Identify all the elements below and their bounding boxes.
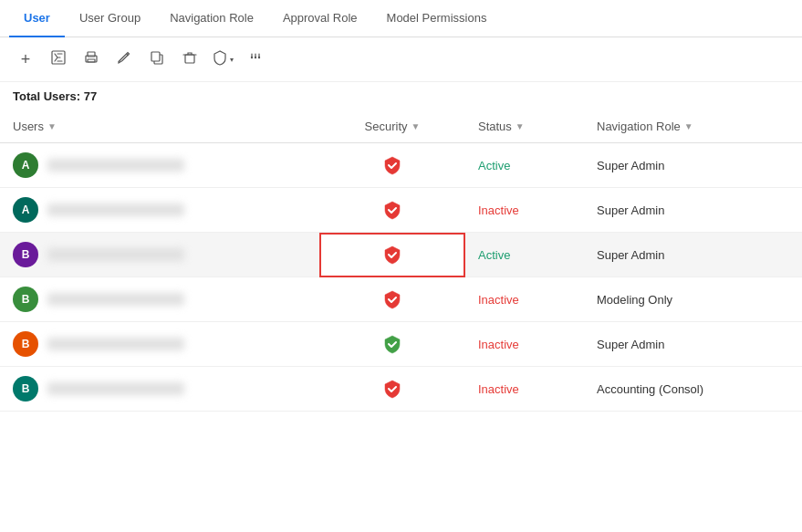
user-name-blurred xyxy=(47,203,184,216)
svg-rect-3 xyxy=(88,59,95,62)
security-dropdown-icon: ▾ xyxy=(230,56,234,64)
status-badge: Inactive xyxy=(478,382,519,396)
security-cell[interactable] xyxy=(319,367,465,412)
edit-button[interactable] xyxy=(109,45,139,74)
user-name-blurred xyxy=(47,382,184,395)
print-button[interactable] xyxy=(77,45,106,74)
col-header-users: Users ▼ xyxy=(0,110,319,143)
col-header-status: Status ▼ xyxy=(465,110,584,143)
users-table: Users ▼ Security ▼ Status ▼ Navigation R… xyxy=(0,110,802,412)
edit-icon xyxy=(116,49,132,69)
user-cell: A xyxy=(0,143,319,188)
user-cell: B xyxy=(0,233,319,277)
user-name-blurred xyxy=(47,338,184,350)
delete-icon xyxy=(182,49,198,69)
add-icon: + xyxy=(21,50,31,69)
tab-user[interactable]: User xyxy=(9,0,65,37)
print-icon xyxy=(83,49,99,69)
table-row[interactable]: B InactiveSuper Admin xyxy=(0,322,802,367)
status-cell: Active xyxy=(465,233,584,277)
add-button[interactable]: + xyxy=(11,45,40,74)
status-cell: Active xyxy=(465,143,584,188)
security-button[interactable]: ▾ xyxy=(208,45,237,74)
tab-navigation-role[interactable]: Navigation Role xyxy=(155,0,268,37)
security-cell[interactable] xyxy=(319,188,465,233)
status-cell: Inactive xyxy=(465,322,584,367)
status-cell: Inactive xyxy=(465,188,584,233)
delete-button[interactable] xyxy=(175,45,204,74)
shield-red-icon xyxy=(381,288,403,310)
status-badge: Inactive xyxy=(478,203,519,217)
svg-rect-5 xyxy=(151,52,160,61)
table-row[interactable]: B ActiveSuper Admin xyxy=(0,233,802,277)
table-header-row: Users ▼ Security ▼ Status ▼ Navigation R… xyxy=(0,110,802,143)
table-row[interactable]: B InactiveAccounting (Consol) xyxy=(0,367,802,412)
toolbar: + ▾ xyxy=(0,37,802,82)
nav-role-cell: Super Admin xyxy=(584,322,802,367)
security-cell[interactable] xyxy=(319,322,465,367)
avatar: B xyxy=(13,376,38,402)
nav-role-cell: Modeling Only xyxy=(584,277,802,322)
shield-green-icon xyxy=(381,333,403,355)
user-name-blurred xyxy=(47,248,184,261)
shield-red-icon xyxy=(381,154,403,176)
avatar: A xyxy=(13,197,38,223)
table-row[interactable]: A ActiveSuper Admin xyxy=(0,143,802,188)
tab-approval-role[interactable]: Approval Role xyxy=(268,0,372,37)
nav-role-cell: Super Admin xyxy=(584,143,802,188)
security-filter-icon[interactable]: ▼ xyxy=(411,121,421,131)
status-cell: Inactive xyxy=(465,277,584,322)
shield-red-icon xyxy=(381,199,403,221)
avatar: B xyxy=(13,287,38,312)
user-cell: B xyxy=(0,322,319,367)
user-cell: A xyxy=(0,188,319,233)
tab-bar: User User Group Navigation Role Approval… xyxy=(0,0,802,37)
nav-role-cell: Super Admin xyxy=(584,233,802,277)
status-filter-icon[interactable]: ▼ xyxy=(516,121,525,131)
security-shield-icon xyxy=(212,49,228,69)
copy-icon xyxy=(149,49,165,69)
status-badge: Inactive xyxy=(478,293,519,307)
status-badge: Active xyxy=(478,159,510,172)
excel-button[interactable] xyxy=(44,45,73,74)
total-users: Total Users: 77 xyxy=(0,82,802,110)
tab-model-permissions[interactable]: Model Permissions xyxy=(372,0,502,37)
shield-red-icon xyxy=(381,378,403,400)
user-name-blurred xyxy=(47,159,184,172)
nav-role-cell: Accounting (Consol) xyxy=(584,367,802,412)
table-row[interactable]: A InactiveSuper Admin xyxy=(0,188,802,233)
svg-rect-6 xyxy=(185,55,194,63)
status-badge: Inactive xyxy=(478,338,519,351)
status-cell: Inactive xyxy=(465,367,584,412)
avatar: B xyxy=(13,242,38,267)
security-cell[interactable] xyxy=(319,277,465,322)
user-name-blurred xyxy=(47,293,184,306)
col-header-security: Security ▼ xyxy=(319,110,465,143)
security-cell[interactable] xyxy=(319,233,465,277)
col-header-nav-role: Navigation Role ▼ xyxy=(584,110,802,143)
user-cell: B xyxy=(0,277,319,322)
security-cell[interactable] xyxy=(319,143,465,188)
avatar: B xyxy=(13,331,38,357)
users-filter-icon[interactable]: ▼ xyxy=(47,121,57,131)
shield-red-icon xyxy=(381,244,403,266)
more-icon xyxy=(247,49,264,69)
table-row[interactable]: B InactiveModeling Only xyxy=(0,277,802,322)
nav-role-filter-icon[interactable]: ▼ xyxy=(684,121,693,131)
excel-icon xyxy=(50,49,67,69)
more-button[interactable] xyxy=(241,45,270,74)
nav-role-cell: Super Admin xyxy=(584,188,802,233)
user-cell: B xyxy=(0,367,319,412)
avatar: A xyxy=(13,152,38,178)
status-badge: Active xyxy=(478,248,510,262)
tab-user-group[interactable]: User Group xyxy=(65,0,155,37)
copy-button[interactable] xyxy=(142,45,172,74)
